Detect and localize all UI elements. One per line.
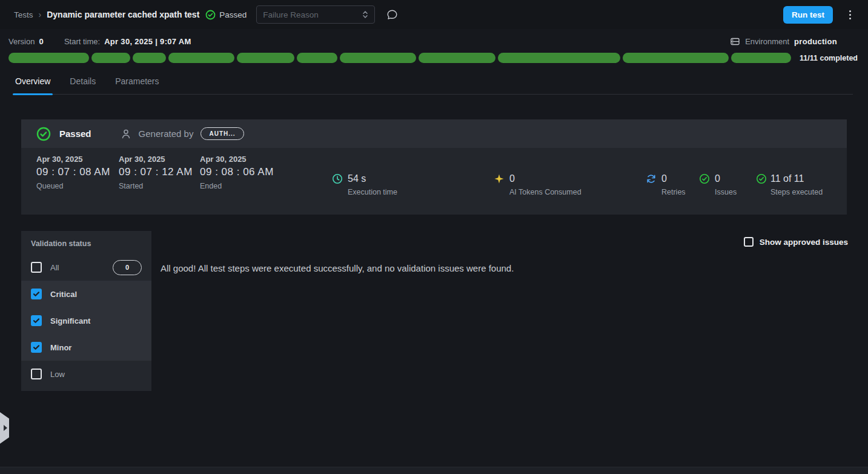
queued-clock: 09 : 07 : 08 AM: [36, 166, 110, 178]
ended-date: Apr 30, 2025: [200, 155, 274, 164]
tab-parameters[interactable]: Parameters: [115, 76, 159, 94]
checkbox-critical[interactable]: [31, 289, 42, 299]
started-clock: 09 : 07 : 12 AM: [119, 166, 193, 178]
progress-segment: [623, 53, 729, 63]
issues-section: Validation status All 0 Critical Signifi…: [0, 231, 868, 391]
validation-label-critical: Critical: [50, 290, 77, 299]
run-summary-card: Passed Generated by AUTH... Apr 30, 2025…: [21, 119, 847, 215]
check-circle-icon: [205, 10, 216, 20]
person-icon: [121, 129, 131, 139]
checkbox-minor[interactable]: [31, 342, 42, 353]
validation-row-significant[interactable]: Significant: [21, 307, 151, 334]
environment-value: production: [794, 37, 837, 46]
breadcrumb-chevron-icon: ›: [39, 10, 42, 19]
ai-tokens-label: AI Tokens Consumed: [509, 188, 581, 196]
checkbox-all[interactable]: [31, 262, 42, 273]
validation-row-minor[interactable]: Minor: [21, 334, 151, 361]
ai-tokens-value: 0: [509, 173, 515, 184]
failure-reason-placeholder: Failure Reason: [263, 10, 319, 19]
top-bar: Tests › Dynamic parameter cached xpath t…: [0, 0, 868, 29]
started-date: Apr 30, 2025: [119, 155, 193, 164]
progress-segment: [340, 53, 416, 63]
validation-label-all: All: [50, 263, 59, 272]
steps-executed-value: 11 of 11: [770, 173, 804, 184]
validation-status-title: Validation status: [21, 231, 151, 254]
started-label: Started: [119, 182, 193, 190]
version-group: Version 0: [8, 37, 44, 46]
start-time-label: Start time:: [64, 37, 100, 46]
progress-segment: [297, 53, 338, 63]
breadcrumb[interactable]: Tests: [14, 10, 33, 19]
checkbox-low[interactable]: [31, 369, 42, 379]
progress-completed-label: 11/11 completed: [800, 54, 858, 62]
page-title: Dynamic parameter cached xpath test: [47, 10, 199, 19]
bottom-strip: [0, 467, 868, 474]
comment-icon[interactable]: [383, 6, 400, 23]
validation-row-critical[interactable]: Critical: [21, 281, 151, 307]
all-good-message: All good! All test steps were executed s…: [161, 263, 848, 273]
more-options-icon[interactable]: [841, 6, 858, 23]
execution-time-label: Execution time: [348, 188, 397, 196]
steps-executed-label: Steps executed: [770, 188, 823, 196]
progress-segment: [8, 53, 89, 63]
summary-card-body: Apr 30, 2025 09 : 07 : 08 AM Queued Apr …: [21, 148, 847, 215]
generated-by-label: Generated by: [139, 129, 194, 139]
queued-time: Apr 30, 2025 09 : 07 : 08 AM Queued: [36, 155, 110, 190]
failure-reason-select[interactable]: Failure Reason: [256, 5, 375, 24]
progress-segment: [168, 53, 234, 63]
ended-time: Apr 30, 2025 09 : 08 : 06 AM Ended: [200, 155, 274, 190]
queued-label: Queued: [36, 182, 110, 190]
validation-label-significant: Significant: [50, 316, 90, 325]
expand-arrow-icon: [4, 425, 7, 431]
summary-card-header: Passed Generated by AUTH...: [21, 119, 847, 148]
show-approved-row[interactable]: Show approved issues: [161, 237, 848, 247]
environment-icon: [730, 36, 740, 47]
issues-stat: 0 Issues: [699, 173, 737, 196]
progress-segment: [731, 53, 791, 63]
meta-row: Version 0 Start time: Apr 30, 2025 | 9:0…: [0, 29, 868, 50]
checkbox-significant[interactable]: [31, 315, 42, 326]
tab-bar: Overview Details Parameters: [15, 63, 853, 95]
run-test-button[interactable]: Run test: [783, 6, 833, 24]
progress-segment: [498, 53, 621, 63]
check-circle-icon: [699, 173, 710, 184]
progress-segment: [91, 53, 130, 63]
start-time-value: Apr 30, 2025 | 9:07 AM: [104, 37, 191, 46]
all-count-badge: 0: [113, 260, 142, 275]
ai-tokens-stat: 0 AI Tokens Consumed: [494, 173, 581, 196]
sparkle-icon: [494, 173, 505, 184]
summary-status-label: Passed: [59, 129, 91, 139]
clock-icon: [332, 173, 343, 184]
tab-overview[interactable]: Overview: [15, 76, 50, 94]
started-time: Apr 30, 2025 09 : 07 : 12 AM Started: [119, 155, 193, 190]
execution-time-value: 54 s: [348, 173, 366, 184]
passed-check-circle-icon: [36, 127, 51, 141]
environment-group: Environment production: [730, 36, 837, 47]
issues-value: 0: [715, 173, 720, 184]
retries-value: 0: [661, 173, 667, 184]
validation-row-low[interactable]: Low: [21, 361, 151, 387]
version-value: 0: [39, 37, 44, 46]
steps-executed-stat: 11 of 11 Steps executed: [756, 173, 823, 196]
progress-segment: [237, 53, 294, 63]
environment-label: Environment: [745, 37, 789, 46]
progress-bar: [8, 53, 791, 63]
validation-row-all[interactable]: All 0: [21, 254, 151, 281]
show-approved-label: Show approved issues: [760, 238, 848, 247]
progress-row: 11/11 completed: [0, 50, 868, 63]
select-chevrons-icon: [362, 10, 368, 19]
issues-label: Issues: [715, 188, 737, 196]
retries-label: Retries: [661, 188, 686, 196]
ended-label: Ended: [200, 182, 274, 190]
retries-stat: 0 Retries: [646, 173, 686, 196]
check-circle-icon: [756, 173, 767, 184]
execution-time-stat: 54 s Execution time: [332, 173, 397, 196]
side-panel-expand-handle[interactable]: [0, 412, 9, 444]
tab-details[interactable]: Details: [70, 76, 96, 94]
version-label: Version: [8, 37, 35, 46]
refresh-icon: [646, 173, 657, 184]
show-approved-checkbox[interactable]: [744, 237, 754, 247]
validation-status-panel: Validation status All 0 Critical Signifi…: [21, 231, 151, 391]
generated-by-badge[interactable]: AUTH...: [200, 127, 244, 140]
issues-content: Show approved issues All good! All test …: [151, 231, 868, 273]
